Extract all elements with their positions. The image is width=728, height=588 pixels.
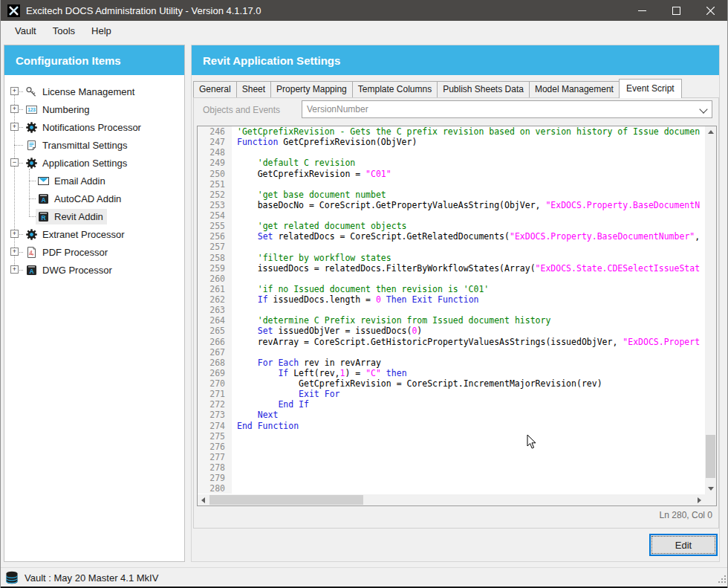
code-line: 265 Set issuedObjVer = issuedDocs(0) (198, 326, 705, 336)
line-number: 264 (198, 315, 232, 326)
menu-help[interactable]: Help (83, 22, 120, 39)
menu-tools[interactable]: Tools (45, 22, 83, 39)
scroll-down-icon[interactable] (705, 483, 716, 494)
maximize-button[interactable] (659, 0, 693, 21)
expand-icon[interactable]: + (10, 123, 19, 131)
line-number: 253 (198, 200, 232, 210)
code-text: 'GetCprefixRevision - Gets the C prefix … (232, 126, 700, 137)
code-text: 'if no Issued document then revision is … (232, 284, 489, 294)
tree-item-transmittal-settings[interactable]: Transmittal Settings (4, 136, 184, 154)
close-button[interactable] (693, 0, 727, 21)
objects-events-label: Objects and Events (203, 105, 280, 115)
tree-node[interactable]: Transmittal Settings (24, 138, 131, 153)
app-logo-icon (7, 4, 20, 17)
tree-node[interactable]: Application Settings (24, 155, 131, 171)
code-line: 262 If issuedDocs.length = 0 Then Exit F… (198, 294, 705, 305)
tree-item-label: Revit Addin (54, 211, 103, 222)
code-line: 254 (198, 210, 705, 221)
tree-connector (29, 198, 36, 199)
objects-events-combobox[interactable]: VersionNumber (302, 100, 712, 118)
app-window: Excitech DOCS Administration Utility - V… (0, 0, 728, 588)
tab-sheet[interactable]: Sheet (236, 81, 271, 97)
menu-bar: VaultToolsHelp (1, 21, 727, 41)
tree-node[interactable]: RRevit Addin (36, 209, 107, 224)
tree-item-label: DWG Processor (42, 265, 112, 276)
expand-icon[interactable]: + (10, 230, 19, 238)
code-line: 248 (198, 147, 705, 158)
tab-event-script[interactable]: Event Script (619, 79, 682, 98)
tab-property-mapping[interactable]: Property Mapping (270, 81, 353, 97)
tree-item-pdf-processor[interactable]: +PDF Processor (4, 243, 184, 261)
code-line: 267 (198, 347, 705, 358)
code-text: baseDocNo = CoreScript.GetPropertyValueA… (232, 200, 700, 210)
tree-node[interactable]: AAutoCAD Addin (36, 191, 125, 207)
chevron-down-icon (699, 105, 707, 113)
line-number: 256 (198, 231, 232, 242)
tree-item-label: PDF Processor (42, 247, 108, 258)
code-text (232, 242, 237, 252)
resize-grip[interactable] (715, 572, 726, 583)
tree-item-numbering[interactable]: +123Numbering (4, 100, 184, 118)
expand-icon[interactable]: + (10, 87, 19, 95)
tree-item-dwg-processor[interactable]: +ADWG Processor (4, 261, 184, 279)
gear-icon (25, 157, 38, 169)
vertical-scrollbar-thumb[interactable] (706, 435, 715, 478)
tab-general[interactable]: General (193, 81, 237, 97)
code-area[interactable]: 246'GetCprefixRevision - Gets the C pref… (198, 126, 705, 494)
tab-template-columns[interactable]: Template Columns (352, 81, 438, 97)
scroll-left-icon[interactable] (198, 494, 209, 505)
code-text: If issuedDocs.length = 0 Then Exit Funct… (232, 294, 479, 305)
tree-item-label: Transmittal Settings (42, 140, 127, 151)
tab-publish-sheets-data[interactable]: Publish Sheets Data (437, 81, 530, 97)
tree-item-notifications-processor[interactable]: +Notifications Processor (4, 118, 184, 136)
tree-node[interactable]: PDF Processor (24, 245, 111, 260)
tree-item-email-addin[interactable]: Email Addin (4, 172, 184, 190)
expand-icon[interactable]: + (10, 265, 19, 274)
code-line: 271 Exit For (198, 389, 705, 399)
configuration-panel: Configuration Items +License Management+… (4, 45, 185, 562)
code-line: 277 (198, 452, 705, 462)
menu-vault[interactable]: Vault (7, 22, 45, 39)
tree-node[interactable]: License Management (24, 84, 138, 100)
minimize-button[interactable] (625, 0, 659, 21)
tab-model-management[interactable]: Model Management (529, 81, 620, 97)
line-number: 251 (198, 179, 232, 190)
script-editor[interactable]: 246'GetCprefixRevision - Gets the C pref… (197, 126, 717, 506)
tree-item-revit-addin[interactable]: RRevit Addin (4, 207, 184, 225)
tree-item-autocad-addin[interactable]: AAutoCAD Addin (4, 190, 184, 207)
collapse-icon[interactable]: − (10, 158, 19, 167)
line-number: 276 (198, 442, 232, 452)
expand-icon[interactable]: + (10, 248, 19, 256)
scroll-right-icon[interactable] (694, 494, 705, 505)
tree-item-license-management[interactable]: +License Management (4, 83, 184, 100)
code-text (232, 473, 237, 483)
tree-node[interactable]: Extranet Processor (24, 227, 129, 242)
autocad-icon: A (37, 193, 50, 205)
line-number: 275 (198, 431, 232, 442)
tab-strip: GeneralSheetProperty MappingTemplate Col… (193, 80, 681, 97)
tree-item-application-settings[interactable]: −Application Settings (4, 154, 184, 172)
tree-node[interactable]: 123Numbering (24, 102, 94, 117)
expand-icon[interactable]: + (10, 105, 19, 113)
line-number: 246 (198, 126, 232, 137)
code-text: revArray = CoreScript.GetHistoricPropert… (232, 337, 700, 347)
code-text: Function GetCprefixRevision(ObjVer) (232, 137, 417, 147)
horizontal-scrollbar[interactable] (198, 494, 705, 505)
code-line: 270 GetCprefixRevision = CoreScript.Incr… (198, 378, 705, 389)
edit-button[interactable]: Edit (649, 534, 718, 556)
vertical-scrollbar[interactable] (705, 126, 716, 494)
svg-text:A: A (29, 268, 33, 275)
panel-splitter[interactable] (185, 45, 191, 562)
tree-node[interactable]: Notifications Processor (24, 120, 145, 135)
horizontal-scrollbar-thumb[interactable] (209, 495, 363, 505)
tree-node[interactable]: ADWG Processor (24, 262, 116, 278)
code-text: GetCprefixRevision = CoreScript.Incremen… (232, 378, 602, 389)
tree-item-extranet-processor[interactable]: +Extranet Processor (4, 225, 184, 243)
line-number: 266 (198, 337, 232, 347)
code-text (232, 305, 237, 315)
code-line: 252 'get base document numbet (198, 190, 705, 200)
code-text: Set issuedObjVer = issuedDocs(0) (232, 326, 422, 336)
code-line: 280 (198, 483, 705, 494)
scroll-up-icon[interactable] (705, 126, 716, 138)
tree-node[interactable]: Email Addin (36, 173, 109, 189)
